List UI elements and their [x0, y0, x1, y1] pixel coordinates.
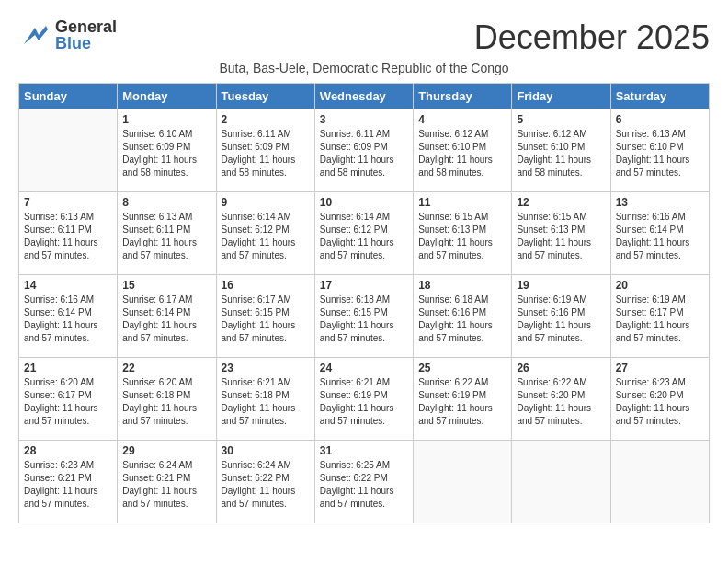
- calendar-cell: 12Sunrise: 6:15 AM Sunset: 6:13 PM Dayli…: [512, 192, 610, 275]
- calendar-cell: 14Sunrise: 6:16 AM Sunset: 6:14 PM Dayli…: [19, 275, 118, 358]
- day-number: 29: [122, 444, 210, 457]
- day-info: Sunrise: 6:13 AM Sunset: 6:11 PM Dayligh…: [24, 211, 112, 262]
- day-info: Sunrise: 6:18 AM Sunset: 6:15 PM Dayligh…: [320, 293, 408, 345]
- calendar-cell: 15Sunrise: 6:17 AM Sunset: 6:14 PM Dayli…: [118, 275, 216, 358]
- day-info: Sunrise: 6:22 AM Sunset: 6:19 PM Dayligh…: [418, 376, 506, 428]
- calendar-cell: 17Sunrise: 6:18 AM Sunset: 6:15 PM Dayli…: [314, 275, 413, 358]
- calendar-cell: [512, 441, 610, 523]
- day-number: 7: [24, 196, 112, 209]
- calendar-cell: 4Sunrise: 6:12 AM Sunset: 6:10 PM Daylig…: [414, 109, 512, 192]
- day-info: Sunrise: 6:17 AM Sunset: 6:15 PM Dayligh…: [222, 293, 310, 345]
- day-of-week-header: Wednesday: [314, 84, 413, 109]
- month-title: December 2025: [474, 18, 710, 57]
- calendar-cell: 18Sunrise: 6:18 AM Sunset: 6:16 PM Dayli…: [414, 275, 512, 358]
- day-number: 2: [222, 113, 310, 126]
- day-info: Sunrise: 6:13 AM Sunset: 6:10 PM Dayligh…: [616, 128, 704, 179]
- day-info: Sunrise: 6:19 AM Sunset: 6:16 PM Dayligh…: [517, 293, 605, 345]
- svg-marker-0: [24, 26, 48, 44]
- day-number: 1: [122, 113, 210, 126]
- calendar-cell: 8Sunrise: 6:13 AM Sunset: 6:11 PM Daylig…: [118, 192, 216, 275]
- day-number: 6: [616, 113, 704, 126]
- calendar-cell: 30Sunrise: 6:24 AM Sunset: 6:22 PM Dayli…: [216, 441, 314, 523]
- day-info: Sunrise: 6:16 AM Sunset: 6:14 PM Dayligh…: [616, 211, 704, 262]
- day-number: 10: [320, 196, 408, 209]
- day-number: 30: [222, 444, 310, 457]
- logo: General Blue: [18, 18, 117, 52]
- calendar-cell: 2Sunrise: 6:11 AM Sunset: 6:09 PM Daylig…: [216, 109, 314, 192]
- day-info: Sunrise: 6:11 AM Sunset: 6:09 PM Dayligh…: [320, 128, 408, 179]
- calendar-cell: 1Sunrise: 6:10 AM Sunset: 6:09 PM Daylig…: [118, 109, 216, 192]
- day-info: Sunrise: 6:19 AM Sunset: 6:17 PM Dayligh…: [616, 293, 704, 345]
- day-info: Sunrise: 6:15 AM Sunset: 6:13 PM Dayligh…: [517, 211, 605, 262]
- calendar-cell: 6Sunrise: 6:13 AM Sunset: 6:10 PM Daylig…: [610, 109, 709, 192]
- calendar-cell: 31Sunrise: 6:25 AM Sunset: 6:22 PM Dayli…: [314, 441, 413, 523]
- day-number: 17: [320, 279, 408, 292]
- logo-general: General: [55, 18, 117, 35]
- calendar-week-row: 28Sunrise: 6:23 AM Sunset: 6:21 PM Dayli…: [19, 441, 710, 523]
- day-info: Sunrise: 6:13 AM Sunset: 6:11 PM Dayligh…: [122, 211, 210, 262]
- logo-icon: [18, 18, 51, 52]
- day-info: Sunrise: 6:25 AM Sunset: 6:22 PM Dayligh…: [320, 459, 408, 511]
- day-number: 4: [418, 113, 506, 126]
- day-number: 21: [24, 362, 112, 374]
- header: General Blue December 2025: [18, 18, 710, 57]
- calendar-cell: [19, 109, 118, 192]
- calendar-cell: 3Sunrise: 6:11 AM Sunset: 6:09 PM Daylig…: [314, 109, 413, 192]
- calendar-cell: 5Sunrise: 6:12 AM Sunset: 6:10 PM Daylig…: [512, 109, 610, 192]
- calendar-cell: 24Sunrise: 6:21 AM Sunset: 6:19 PM Dayli…: [314, 358, 413, 441]
- day-number: 14: [24, 279, 112, 292]
- day-info: Sunrise: 6:17 AM Sunset: 6:14 PM Dayligh…: [122, 293, 210, 345]
- day-number: 20: [616, 279, 704, 292]
- calendar-cell: 28Sunrise: 6:23 AM Sunset: 6:21 PM Dayli…: [19, 441, 118, 523]
- calendar-cell: 19Sunrise: 6:19 AM Sunset: 6:16 PM Dayli…: [512, 275, 610, 358]
- day-number: 15: [122, 279, 210, 292]
- day-of-week-header: Sunday: [19, 84, 118, 109]
- day-number: 25: [418, 362, 506, 374]
- day-info: Sunrise: 6:21 AM Sunset: 6:18 PM Dayligh…: [222, 376, 310, 428]
- day-number: 16: [222, 279, 310, 292]
- day-number: 5: [517, 113, 605, 126]
- calendar-cell: 16Sunrise: 6:17 AM Sunset: 6:15 PM Dayli…: [216, 275, 314, 358]
- calendar-week-row: 21Sunrise: 6:20 AM Sunset: 6:17 PM Dayli…: [19, 358, 710, 441]
- day-number: 3: [320, 113, 408, 126]
- calendar-cell: 23Sunrise: 6:21 AM Sunset: 6:18 PM Dayli…: [216, 358, 314, 441]
- day-number: 11: [418, 196, 506, 209]
- day-info: Sunrise: 6:14 AM Sunset: 6:12 PM Dayligh…: [222, 211, 310, 262]
- calendar-week-row: 1Sunrise: 6:10 AM Sunset: 6:09 PM Daylig…: [19, 109, 710, 192]
- day-info: Sunrise: 6:24 AM Sunset: 6:21 PM Dayligh…: [122, 459, 210, 511]
- day-number: 22: [122, 362, 210, 374]
- day-of-week-header: Thursday: [414, 84, 512, 109]
- day-info: Sunrise: 6:12 AM Sunset: 6:10 PM Dayligh…: [517, 128, 605, 179]
- day-of-week-header: Friday: [512, 84, 610, 109]
- day-number: 8: [122, 196, 210, 209]
- calendar-cell: [610, 441, 709, 523]
- day-info: Sunrise: 6:21 AM Sunset: 6:19 PM Dayligh…: [320, 376, 408, 428]
- calendar-cell: 27Sunrise: 6:23 AM Sunset: 6:20 PM Dayli…: [610, 358, 709, 441]
- calendar-cell: 20Sunrise: 6:19 AM Sunset: 6:17 PM Dayli…: [610, 275, 709, 358]
- day-info: Sunrise: 6:16 AM Sunset: 6:14 PM Dayligh…: [24, 293, 112, 345]
- day-number: 9: [222, 196, 310, 209]
- day-number: 13: [616, 196, 704, 209]
- calendar-cell: 26Sunrise: 6:22 AM Sunset: 6:20 PM Dayli…: [512, 358, 610, 441]
- day-info: Sunrise: 6:23 AM Sunset: 6:20 PM Dayligh…: [616, 376, 704, 428]
- calendar-week-row: 14Sunrise: 6:16 AM Sunset: 6:14 PM Dayli…: [19, 275, 710, 358]
- calendar-week-row: 7Sunrise: 6:13 AM Sunset: 6:11 PM Daylig…: [19, 192, 710, 275]
- day-number: 23: [222, 362, 310, 374]
- calendar-cell: 22Sunrise: 6:20 AM Sunset: 6:18 PM Dayli…: [118, 358, 216, 441]
- day-info: Sunrise: 6:20 AM Sunset: 6:18 PM Dayligh…: [122, 376, 210, 428]
- day-number: 24: [320, 362, 408, 374]
- day-info: Sunrise: 6:24 AM Sunset: 6:22 PM Dayligh…: [222, 459, 310, 511]
- day-info: Sunrise: 6:18 AM Sunset: 6:16 PM Dayligh…: [418, 293, 506, 345]
- day-info: Sunrise: 6:15 AM Sunset: 6:13 PM Dayligh…: [418, 211, 506, 262]
- subtitle: Buta, Bas-Uele, Democratic Republic of t…: [18, 61, 710, 75]
- day-info: Sunrise: 6:22 AM Sunset: 6:20 PM Dayligh…: [517, 376, 605, 428]
- day-number: 27: [616, 362, 704, 374]
- calendar-table: SundayMondayTuesdayWednesdayThursdayFrid…: [18, 83, 710, 523]
- calendar-cell: 25Sunrise: 6:22 AM Sunset: 6:19 PM Dayli…: [414, 358, 512, 441]
- day-info: Sunrise: 6:20 AM Sunset: 6:17 PM Dayligh…: [24, 376, 112, 428]
- calendar-cell: 9Sunrise: 6:14 AM Sunset: 6:12 PM Daylig…: [216, 192, 314, 275]
- day-number: 18: [418, 279, 506, 292]
- calendar-cell: 29Sunrise: 6:24 AM Sunset: 6:21 PM Dayli…: [118, 441, 216, 523]
- day-of-week-header: Tuesday: [216, 84, 314, 109]
- day-number: 26: [517, 362, 605, 374]
